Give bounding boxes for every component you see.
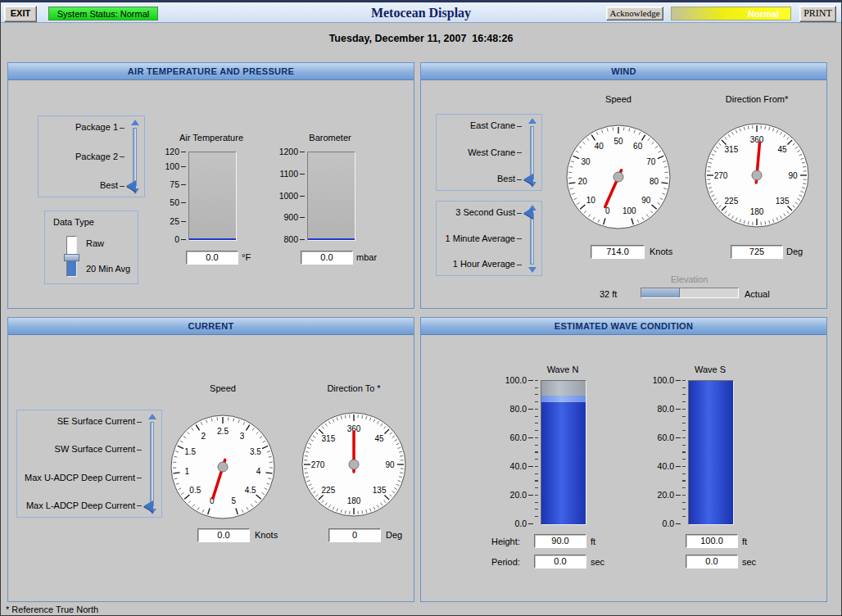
panel-title: WIND [421,63,826,80]
svg-text:50: 50 [613,137,623,146]
title-bar: EXIT System Status: Normal Metocean Disp… [1,1,841,23]
scale-label: 1000 [279,191,298,201]
air-temperature-unit: °F [242,252,251,262]
selector-item[interactable]: SE Surface Current [17,416,143,427]
selector-thumb[interactable] [523,174,533,185]
svg-text:1.5: 1.5 [184,447,196,456]
selector-item[interactable]: 1 Minute Average [437,233,523,244]
selector-item[interactable]: 3 Second Gust [437,207,523,218]
selector-item[interactable]: 1 Hour Average [437,259,523,270]
barometer-label: Barometer [309,133,351,143]
air-temperature-value: 0.0 [186,251,238,265]
selector-item[interactable]: SW Surface Current [17,444,143,455]
data-type-option-avg[interactable]: 20 Min Avg [86,264,130,274]
svg-text:30: 30 [582,157,591,166]
selector-item[interactable]: Best [437,174,523,184]
wind-direction-label: Direction From* [726,94,788,104]
selector-item[interactable]: West Crane [437,147,523,158]
svg-text:270: 270 [311,460,325,469]
wind-speed-label: Speed [605,94,632,104]
svg-text:270: 270 [714,171,728,180]
selector-up-arrow-icon [131,120,139,125]
slider-thumb[interactable] [64,254,79,261]
scale-label: 800 [283,234,298,244]
current-direction-label: Direction To * [327,383,380,393]
selector-up-arrow-icon [148,414,156,419]
svg-text:180: 180 [750,207,764,216]
selector-thumb[interactable] [143,500,153,512]
bar-fill [189,238,236,240]
bar-fill [308,238,355,240]
wave-s-period-value: 0.0 [686,555,738,568]
elevation-actual-label: Actual [745,289,770,299]
selector-item[interactable]: Package 2 [38,152,126,162]
selector-track [530,213,534,265]
wind-average-selector[interactable]: 3 Second Gust1 Minute Average1 Hour Aver… [436,201,542,276]
scale-label: 60.0 [510,433,527,442]
wave-n-scale: 100.080.060.040.020.00.0 [500,380,534,523]
svg-text:135: 135 [373,486,387,495]
current-direction-value: 0 [328,528,381,542]
elevation-value: 32 ft [600,289,617,299]
selector-item[interactable]: Max U-ADCP Deep Current [17,473,143,483]
data-type-option-raw[interactable]: Raw [86,238,104,248]
svg-text:40: 40 [595,142,604,151]
barometer-scale: 120011001000900800 [270,152,306,239]
wind-speed-value: 714.0 [591,245,645,259]
svg-text:2: 2 [201,432,206,441]
scale-label: 40.0 [510,461,527,471]
package-selector[interactable]: Package 1Package 2Best [38,116,145,197]
svg-text:2.5: 2.5 [217,427,229,436]
svg-text:0.5: 0.5 [189,486,201,495]
scale-label: 0 [174,234,179,244]
elevation-slider[interactable] [641,288,739,298]
svg-text:100: 100 [622,206,636,215]
current-source-selector[interactable]: SE Surface CurrentSW Surface CurrentMax … [16,410,162,518]
svg-text:225: 225 [322,486,336,495]
selector-thumb[interactable] [523,207,533,219]
wave-n-tank [541,380,586,525]
wave-s-label: Wave S [695,365,726,374]
selector-thumb[interactable] [126,180,136,192]
wind-direction-value: 725 [731,245,783,259]
scale-label: 25 [170,216,179,226]
panel-title: ESTIMATED WAVE CONDITION [421,318,826,335]
wave-s-height-unit: ft [742,537,747,546]
print-button[interactable]: PRINT [799,6,836,22]
svg-text:45: 45 [375,434,385,443]
selector-item[interactable]: Best [38,180,126,191]
svg-text:80: 80 [650,177,659,186]
datetime-display: Tuesday, December 11, 2007 16:48:26 [1,33,841,44]
selector-item[interactable]: Max L-ADCP Deep Current [17,500,143,511]
wave-s-period-unit: sec [742,557,756,567]
data-type-slider[interactable] [66,236,77,277]
scale-label: 100.0 [505,375,527,385]
wave-n-height-unit: ft [591,537,595,546]
acknowledge-button[interactable]: Acknowledge [606,7,663,20]
panel-air-temperature-pressure: AIR TEMPERATURE AND PRESSURE Package 1Pa… [7,62,414,309]
wind-direction-gauge: 3604590135180225270315 [702,120,812,230]
scale-label: 80.0 [510,404,527,414]
svg-text:225: 225 [725,197,739,206]
elevation-slider-thumb[interactable] [641,288,680,297]
air-temperature-scale: 1201007550250 [156,152,187,239]
scale-label: 900 [283,212,298,222]
wind-direction-unit: Deg [786,247,803,256]
barometer-value: 0.0 [301,251,353,265]
svg-text:4.5: 4.5 [245,486,256,495]
tank-fill [541,396,586,525]
scale-label: 75 [170,179,179,189]
exit-button[interactable]: EXIT [4,6,37,22]
selector-item[interactable]: Package 1 [38,122,126,133]
barometer-bar [307,152,355,241]
svg-text:315: 315 [725,145,739,154]
svg-text:315: 315 [322,434,336,443]
svg-text:180: 180 [347,496,361,505]
wind-source-selector[interactable]: East CraneWest CraneBest [436,114,542,191]
current-direction-gauge: 3604590135180225270315 [299,410,409,519]
tank-fill [689,381,733,524]
selector-item[interactable]: East Crane [437,120,523,131]
scale-label: 40.0 [658,461,674,471]
current-direction-unit: Deg [386,530,402,540]
air-temperature-label: Air Temperature [179,133,243,143]
